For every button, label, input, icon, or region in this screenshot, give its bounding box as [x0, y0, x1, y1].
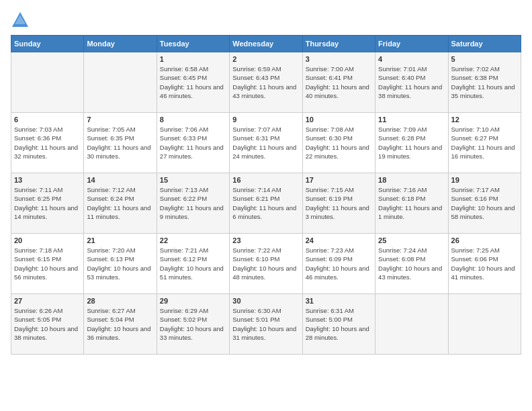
day-info: Sunrise: 7:11 AM Sunset: 6:25 PM Dayligh… [14, 185, 81, 221]
calendar-cell: 14Sunrise: 7:12 AM Sunset: 6:24 PM Dayli… [84, 173, 157, 234]
calendar-cell: 25Sunrise: 7:24 AM Sunset: 6:08 PM Dayli… [375, 234, 448, 294]
calendar-cell: 6Sunrise: 7:03 AM Sunset: 6:36 PM Daylig… [11, 113, 84, 173]
day-info: Sunrise: 6:26 AM Sunset: 5:05 PM Dayligh… [14, 306, 81, 342]
day-number: 16 [232, 176, 299, 184]
day-info: Sunrise: 7:18 AM Sunset: 6:15 PM Dayligh… [14, 246, 81, 281]
day-of-week-wednesday: Wednesday [230, 36, 302, 52]
day-info: Sunrise: 7:14 AM Sunset: 6:21 PM Dayligh… [232, 185, 299, 221]
day-info: Sunrise: 7:08 AM Sunset: 6:30 PM Dayligh… [306, 125, 372, 161]
calendar-cell: 30Sunrise: 6:30 AM Sunset: 5:01 PM Dayli… [230, 294, 302, 355]
calendar-cell: 19Sunrise: 7:17 AM Sunset: 6:16 PM Dayli… [448, 173, 521, 234]
day-number: 20 [14, 236, 81, 244]
day-info: Sunrise: 7:02 AM Sunset: 6:38 PM Dayligh… [451, 64, 518, 100]
calendar-week-4: 20Sunrise: 7:18 AM Sunset: 6:15 PM Dayli… [11, 234, 521, 294]
calendar-cell: 27Sunrise: 6:26 AM Sunset: 5:05 PM Dayli… [11, 294, 84, 355]
calendar-cell [84, 52, 157, 113]
calendar-cell: 2Sunrise: 6:59 AM Sunset: 6:43 PM Daylig… [230, 52, 302, 113]
days-of-week-row: SundayMondayTuesdayWednesdayThursdayFrid… [11, 36, 521, 52]
calendar-cell: 15Sunrise: 7:13 AM Sunset: 6:22 PM Dayli… [157, 173, 229, 234]
day-info: Sunrise: 7:01 AM Sunset: 6:40 PM Dayligh… [378, 64, 445, 100]
day-info: Sunrise: 7:12 AM Sunset: 6:24 PM Dayligh… [87, 185, 153, 221]
logo-icon [11, 11, 30, 30]
day-info: Sunrise: 6:30 AM Sunset: 5:01 PM Dayligh… [232, 306, 299, 342]
calendar-header: SundayMondayTuesdayWednesdayThursdayFrid… [11, 36, 521, 52]
day-number: 19 [451, 176, 518, 184]
day-number: 5 [451, 55, 518, 63]
calendar-cell: 31Sunrise: 6:31 AM Sunset: 5:00 PM Dayli… [302, 294, 375, 355]
calendar-cell: 3Sunrise: 7:00 AM Sunset: 6:41 PM Daylig… [302, 52, 375, 113]
day-number: 14 [87, 176, 153, 184]
day-number: 1 [160, 55, 226, 63]
day-info: Sunrise: 7:17 AM Sunset: 6:16 PM Dayligh… [451, 185, 518, 221]
calendar-cell [11, 52, 84, 113]
day-number: 11 [378, 116, 445, 124]
day-of-week-sunday: Sunday [11, 36, 84, 52]
day-of-week-monday: Monday [84, 36, 157, 52]
day-number: 26 [451, 236, 518, 244]
calendar-cell: 8Sunrise: 7:06 AM Sunset: 6:33 PM Daylig… [157, 113, 229, 173]
calendar-cell: 7Sunrise: 7:05 AM Sunset: 6:35 PM Daylig… [84, 113, 157, 173]
day-info: Sunrise: 7:21 AM Sunset: 6:12 PM Dayligh… [160, 246, 226, 281]
calendar-cell: 26Sunrise: 7:25 AM Sunset: 6:06 PM Dayli… [448, 234, 521, 294]
day-number: 9 [232, 116, 299, 124]
day-info: Sunrise: 7:16 AM Sunset: 6:18 PM Dayligh… [378, 185, 445, 221]
day-of-week-thursday: Thursday [302, 36, 375, 52]
day-info: Sunrise: 7:07 AM Sunset: 6:31 PM Dayligh… [232, 125, 299, 161]
day-number: 13 [14, 176, 81, 184]
page-header [11, 11, 521, 30]
day-number: 8 [160, 116, 226, 124]
day-info: Sunrise: 7:25 AM Sunset: 6:06 PM Dayligh… [451, 246, 518, 281]
day-number: 7 [87, 116, 153, 124]
day-number: 31 [306, 297, 372, 305]
day-info: Sunrise: 7:20 AM Sunset: 6:13 PM Dayligh… [87, 246, 153, 281]
day-number: 22 [160, 236, 226, 244]
day-number: 10 [306, 116, 372, 124]
calendar-cell [448, 294, 521, 355]
day-number: 6 [14, 116, 81, 124]
day-number: 28 [87, 297, 153, 305]
calendar-week-1: 1Sunrise: 6:58 AM Sunset: 6:45 PM Daylig… [11, 52, 521, 113]
day-number: 2 [232, 55, 299, 63]
day-number: 15 [160, 176, 226, 184]
calendar-cell: 20Sunrise: 7:18 AM Sunset: 6:15 PM Dayli… [11, 234, 84, 294]
day-of-week-saturday: Saturday [448, 36, 521, 52]
day-info: Sunrise: 7:09 AM Sunset: 6:28 PM Dayligh… [378, 125, 445, 161]
calendar-cell: 12Sunrise: 7:10 AM Sunset: 6:27 PM Dayli… [448, 113, 521, 173]
calendar-cell: 23Sunrise: 7:22 AM Sunset: 6:10 PM Dayli… [230, 234, 302, 294]
day-info: Sunrise: 7:22 AM Sunset: 6:10 PM Dayligh… [232, 246, 299, 281]
calendar-cell: 17Sunrise: 7:15 AM Sunset: 6:19 PM Dayli… [302, 173, 375, 234]
day-number: 23 [232, 236, 299, 244]
calendar-week-3: 13Sunrise: 7:11 AM Sunset: 6:25 PM Dayli… [11, 173, 521, 234]
day-info: Sunrise: 7:10 AM Sunset: 6:27 PM Dayligh… [451, 125, 518, 161]
calendar-cell: 16Sunrise: 7:14 AM Sunset: 6:21 PM Dayli… [230, 173, 302, 234]
calendar-cell: 22Sunrise: 7:21 AM Sunset: 6:12 PM Dayli… [157, 234, 229, 294]
calendar-cell: 10Sunrise: 7:08 AM Sunset: 6:30 PM Dayli… [302, 113, 375, 173]
day-number: 21 [87, 236, 153, 244]
logo [11, 11, 31, 30]
day-number: 30 [232, 297, 299, 305]
day-info: Sunrise: 6:31 AM Sunset: 5:00 PM Dayligh… [306, 306, 372, 342]
calendar-cell: 24Sunrise: 7:23 AM Sunset: 6:09 PM Dayli… [302, 234, 375, 294]
calendar-cell: 1Sunrise: 6:58 AM Sunset: 6:45 PM Daylig… [157, 52, 229, 113]
calendar-cell: 21Sunrise: 7:20 AM Sunset: 6:13 PM Dayli… [84, 234, 157, 294]
day-number: 12 [451, 116, 518, 124]
calendar-cell: 18Sunrise: 7:16 AM Sunset: 6:18 PM Dayli… [375, 173, 448, 234]
day-info: Sunrise: 6:27 AM Sunset: 5:04 PM Dayligh… [87, 306, 153, 342]
calendar-cell: 11Sunrise: 7:09 AM Sunset: 6:28 PM Dayli… [375, 113, 448, 173]
day-number: 25 [378, 236, 445, 244]
calendar-cell: 5Sunrise: 7:02 AM Sunset: 6:38 PM Daylig… [448, 52, 521, 113]
day-number: 29 [160, 297, 226, 305]
calendar-cell [375, 294, 448, 355]
day-info: Sunrise: 7:13 AM Sunset: 6:22 PM Dayligh… [160, 185, 226, 221]
day-of-week-friday: Friday [375, 36, 448, 52]
day-number: 4 [378, 55, 445, 63]
day-info: Sunrise: 7:15 AM Sunset: 6:19 PM Dayligh… [306, 185, 372, 221]
day-info: Sunrise: 6:59 AM Sunset: 6:43 PM Dayligh… [232, 64, 299, 100]
day-info: Sunrise: 7:06 AM Sunset: 6:33 PM Dayligh… [160, 125, 226, 161]
day-of-week-tuesday: Tuesday [157, 36, 229, 52]
day-number: 27 [14, 297, 81, 305]
calendar-cell: 28Sunrise: 6:27 AM Sunset: 5:04 PM Dayli… [84, 294, 157, 355]
day-info: Sunrise: 7:24 AM Sunset: 6:08 PM Dayligh… [378, 246, 445, 281]
day-info: Sunrise: 7:03 AM Sunset: 6:36 PM Dayligh… [14, 125, 81, 161]
day-number: 24 [306, 236, 372, 244]
